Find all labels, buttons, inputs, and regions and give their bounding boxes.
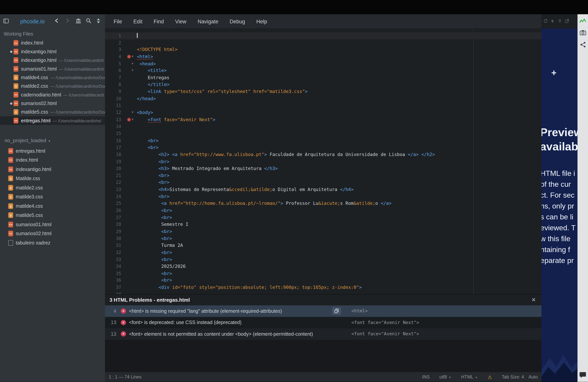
reload-icon[interactable]	[543, 18, 548, 25]
tab-size-indicator[interactable]: Tab Size: 4	[502, 374, 524, 380]
code-editor[interactable]: 123<!DOCTYPE html>4▼<html>5▼ <head>6▼ <t…	[105, 29, 542, 294]
code-line[interactable]: 14	[105, 123, 542, 130]
code-line[interactable]: 27 <br>	[105, 214, 542, 221]
code-line[interactable]: 23 <h4>Sistemas de Representa&ccedil;&at…	[105, 186, 542, 193]
forward-icon[interactable]	[65, 18, 70, 25]
working-file-item[interactable]: <>indexantigo.html— /Users/matildecardin…	[0, 56, 105, 64]
problem-row[interactable]: 13✕<font> is deprecated: use CSS instead…	[105, 317, 542, 328]
code-line[interactable]: 20 <h3> Mestrado Integrado em Arquitetur…	[105, 165, 542, 172]
code-line[interactable]: 18 <h2> <a href="http://www.fa.ulisboa.p…	[105, 151, 542, 158]
error-marker-icon[interactable]	[127, 118, 130, 121]
code-line[interactable]: 24 <br>	[105, 193, 542, 200]
code-line[interactable]: 38	[105, 291, 542, 294]
activity-chart-icon[interactable]	[579, 18, 586, 25]
code-line[interactable]: 28 Semestre I	[105, 221, 542, 228]
working-file-item[interactable]: {}matilde4.css— /Users/matildecardinho/D…	[0, 73, 105, 82]
fold-arrow-icon[interactable]: ▼	[132, 109, 133, 116]
working-file-item[interactable]: <>entregas.html— /Users/matildecardinho/	[0, 116, 105, 125]
problem-row[interactable]: 4✕<html> is missing required "lang" attr…	[105, 305, 542, 317]
working-file-item[interactable]: <>sumarios02.html	[0, 99, 105, 107]
menu-file[interactable]: File	[108, 14, 127, 28]
project-file-item[interactable]: tabuleiro xadrez	[0, 238, 105, 247]
working-file-item[interactable]: <>cadernodiario.html— /Users/matildecard…	[0, 90, 105, 99]
code-line[interactable]: 22 <br>	[105, 179, 542, 186]
code-line[interactable]: 5▼ <head>	[105, 60, 542, 67]
language-selector[interactable]: HTML▼	[461, 374, 478, 380]
fold-arrow-icon[interactable]: ▼	[132, 60, 133, 67]
project-dropdown[interactable]: no_project_loaded▾	[4, 138, 105, 143]
brand-logo[interactable]: phcode.io	[20, 18, 44, 24]
encoding-selector[interactable]: utf8▼	[440, 374, 452, 380]
menu-find[interactable]: Find	[148, 14, 169, 28]
popout-icon[interactable]	[565, 18, 569, 25]
share-icon[interactable]	[580, 42, 586, 49]
code-line[interactable]: 6▼ <title>	[105, 67, 542, 74]
code-line[interactable]: 10</head>	[105, 95, 542, 102]
code-line[interactable]: 3<!DOCTYPE html>	[105, 46, 542, 53]
code-line[interactable]: 30 <br>	[105, 235, 542, 242]
code-line[interactable]: 8 </title>	[105, 81, 542, 88]
project-file-item[interactable]: <>sumarios02.html	[0, 229, 105, 238]
panel-toggle-icon[interactable]	[3, 18, 9, 26]
code-line[interactable]: 31 Turma 2A	[105, 242, 542, 249]
search-icon[interactable]	[86, 18, 92, 25]
project-file-item[interactable]: {}Matilde.css	[0, 174, 105, 183]
copy-button[interactable]	[332, 307, 341, 315]
project-file-item[interactable]: <>indexantigo.html	[0, 165, 105, 174]
cursor-position[interactable]: 1 : 1 — 74 Lines	[109, 374, 142, 380]
working-file-item[interactable]: {}matilde5.css— /Users/matildecardinho/D…	[0, 107, 105, 116]
sort-toggle-icon[interactable]	[96, 18, 101, 25]
code-line[interactable]: 1	[105, 32, 542, 39]
working-file-item[interactable]: <>index.html	[0, 39, 105, 47]
code-line[interactable]: 7 Entregas	[105, 74, 542, 81]
pointer-icon[interactable]	[550, 18, 555, 25]
warning-icon[interactable]: ⚠	[488, 374, 492, 380]
code-line[interactable]: 32 <br>	[105, 249, 542, 256]
project-file-item[interactable]: <>index.html	[0, 155, 105, 165]
pin-icon[interactable]	[558, 18, 562, 25]
code-line[interactable]: 15	[105, 130, 542, 137]
camera-icon[interactable]	[580, 30, 586, 37]
code-line[interactable]: 19 <br>	[105, 158, 542, 165]
code-line[interactable]: 34 2025/2026	[105, 263, 542, 270]
code-line[interactable]: 33 <br>	[105, 256, 542, 263]
code-line[interactable]: 16 <br>	[105, 137, 542, 144]
project-file-item[interactable]: {}matilde3.css	[0, 192, 105, 201]
fold-arrow-icon[interactable]: ▼	[132, 116, 133, 123]
close-icon[interactable]: ×	[532, 297, 536, 303]
auto-indent-toggle[interactable]: Auto	[528, 374, 538, 380]
code-line[interactable]: 29 <br>	[105, 228, 542, 235]
project-file-item[interactable]: {}matilde2.css	[0, 183, 105, 192]
fold-arrow-icon[interactable]: ▼	[132, 53, 133, 60]
code-line[interactable]: 26 <br>	[105, 207, 542, 214]
building-icon[interactable]	[75, 18, 82, 25]
code-line[interactable]: 4▼<html>	[105, 53, 542, 60]
code-line[interactable]: 37 <div id="foto" style="position:absolu…	[105, 284, 542, 291]
problem-row[interactable]: 13✕<font> element is not permitted as co…	[105, 328, 542, 340]
fold-arrow-icon[interactable]: ▼	[132, 67, 133, 74]
code-line[interactable]: 35 <br>	[105, 270, 542, 277]
working-file-item[interactable]: <>sumarios01.html— /Users/matildecardinh	[0, 64, 105, 73]
code-line[interactable]: 17 <br>	[105, 144, 542, 151]
menu-view[interactable]: View	[169, 14, 192, 28]
working-file-item[interactable]: <>indexantigo.html	[0, 47, 105, 56]
project-file-item[interactable]: {}matilde5.css	[0, 211, 105, 220]
code-line[interactable]: 12▼<body>	[105, 109, 542, 116]
menu-edit[interactable]: Edit	[128, 14, 148, 28]
code-line[interactable]: 9 <link type="text/css" rel="stylesheet"…	[105, 88, 542, 95]
code-line[interactable]: 21 <br>	[105, 172, 542, 179]
insert-mode-indicator[interactable]: INS	[422, 374, 430, 380]
menu-help[interactable]: Help	[251, 14, 273, 28]
menu-navigate[interactable]: Navigate	[192, 14, 224, 28]
chat-icon[interactable]	[579, 372, 586, 380]
code-line[interactable]: 25 <a href="http://home.fa.ulisboa.pt/~l…	[105, 200, 542, 207]
code-line[interactable]: 13▼ <font face="Avenir Next">	[105, 116, 542, 123]
project-file-item[interactable]: <>entregas.html	[0, 146, 105, 155]
code-line[interactable]: 11	[105, 102, 542, 109]
back-icon[interactable]	[54, 18, 59, 25]
error-marker-icon[interactable]	[127, 55, 130, 58]
menu-debug[interactable]: Debug	[224, 14, 251, 28]
code-line[interactable]: 36 <br>	[105, 277, 542, 284]
code-line[interactable]: 2	[105, 39, 542, 46]
project-file-item[interactable]: <>sumarios01.html	[0, 220, 105, 229]
